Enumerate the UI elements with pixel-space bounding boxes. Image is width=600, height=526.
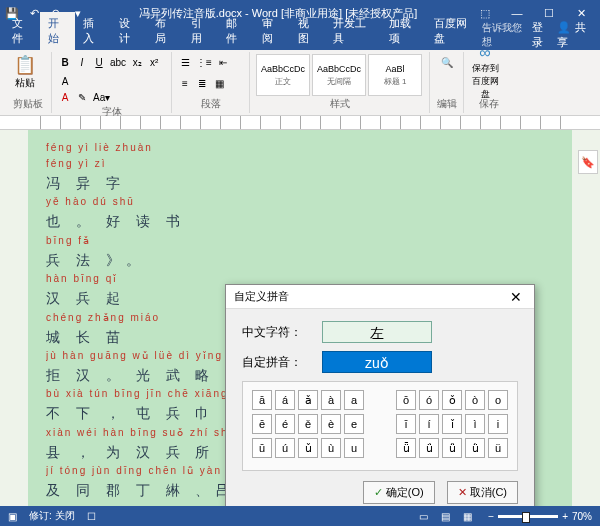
tab-插入[interactable]: 插入 [75,12,111,50]
key-ì[interactable]: ì [465,414,485,434]
key-ò[interactable]: ò [465,390,485,410]
tab-加载项[interactable]: 加载项 [381,12,427,50]
page-indicator-icon[interactable]: ▣ [8,511,17,522]
hanzi-line: 也 。 好 读 书 [46,210,554,232]
font-btn-x²[interactable]: x² [147,54,161,70]
zoom-slider[interactable] [498,515,558,518]
key-ó[interactable]: ó [419,390,439,410]
bullets-icon[interactable]: ☰ [178,54,192,70]
key-ē[interactable]: ē [252,414,272,434]
tab-邮件[interactable]: 邮件 [218,12,254,50]
key-e[interactable]: e [344,414,364,434]
key-a[interactable]: a [344,390,364,410]
tab-百度网盘[interactable]: 百度网盘 [426,12,481,50]
tab-视图[interactable]: 视图 [290,12,326,50]
key-ě[interactable]: ě [298,414,318,434]
align-center-icon[interactable]: ≣ [195,76,209,92]
key-ǘ[interactable]: ǘ [419,438,439,458]
style-无间隔[interactable]: AaBbCcDc无间隔 [312,54,366,96]
group-styles: 样式 [256,97,423,111]
key-é[interactable]: é [275,414,295,434]
style-标题 1[interactable]: AaBl标题 1 [368,54,422,96]
custom-pinyin-dialog: 自定义拼音 ✕ 中文字符： 左 自定拼音： zuǒ āáǎàaōóǒòoēéěè… [225,284,535,506]
font-more-icon[interactable]: Aa▾ [92,89,111,105]
key-è[interactable]: è [321,414,341,434]
char-label: 中文字符： [242,324,312,341]
zoom-level[interactable]: 70% [572,511,592,522]
key-ü[interactable]: ü [488,438,508,458]
pinyin-label: 自定拼音： [242,354,312,371]
share-button[interactable]: 👤 共享 [557,20,592,50]
numbering-icon[interactable]: ⋮≡ [195,54,213,70]
key-ù[interactable]: ù [321,438,341,458]
read-mode-icon[interactable]: ▭ [414,509,432,523]
key-i[interactable]: i [488,414,508,434]
tab-文件[interactable]: 文件 [4,12,40,50]
key-ǐ[interactable]: ǐ [442,414,462,434]
pinyin-line: féng yì liè zhuàn [46,140,554,156]
ruler[interactable] [0,116,600,130]
key-ú[interactable]: ú [275,438,295,458]
zoom-in-icon[interactable]: + [562,511,568,522]
font-btn-I[interactable]: I [75,54,89,70]
font-btn-A[interactable]: A [58,73,72,89]
tab-引用[interactable]: 引用 [183,12,219,50]
key-ǚ[interactable]: ǚ [442,438,462,458]
key-ū[interactable]: ū [252,438,272,458]
group-save: 保存 [470,97,508,111]
pinyin-input[interactable]: zuǒ [322,351,432,373]
cancel-button[interactable]: 取消(C) [447,481,518,504]
hanzi-line: 兵 法 》。 [46,249,554,271]
pinyin-line: féng yì zì [46,156,554,172]
key-ā[interactable]: ā [252,390,272,410]
login-button[interactable]: 登录 [532,20,551,50]
key-o[interactable]: o [488,390,508,410]
font-color-icon[interactable]: A [58,89,72,105]
save-baidu-button[interactable]: ∞ 保存到百度网盘 [470,54,500,90]
font-btn-x₂[interactable]: x₂ [130,54,144,70]
tab-开始[interactable]: 开始 [40,12,76,50]
key-ī[interactable]: ī [396,414,416,434]
dialog-close-icon[interactable]: ✕ [506,289,526,305]
key-ǒ[interactable]: ǒ [442,390,462,410]
key-á[interactable]: á [275,390,295,410]
language-icon[interactable]: ☐ [87,511,96,522]
indent-icon[interactable]: ⇤ [216,54,230,70]
font-btn-B[interactable]: B [58,54,72,70]
font-btn-abc[interactable]: abc [109,54,127,70]
style-正文[interactable]: AaBbCcDc正文 [256,54,310,96]
ok-button[interactable]: 确定(O) [363,481,435,504]
print-layout-icon[interactable]: ▤ [436,509,454,523]
group-paragraph: 段落 [178,97,243,111]
pinyin-line: bīng fǎ [46,233,554,249]
zoom-out-icon[interactable]: − [488,511,494,522]
key-í[interactable]: í [419,414,439,434]
key-u[interactable]: u [344,438,364,458]
key-ǎ[interactable]: ǎ [298,390,318,410]
paste-button[interactable]: 📋 粘贴 [10,54,40,90]
highlight-icon[interactable]: ✎ [75,89,89,105]
key-ǖ[interactable]: ǖ [396,438,416,458]
tab-审阅[interactable]: 审阅 [254,12,290,50]
align-left-icon[interactable]: ≡ [178,76,192,92]
pinyin-line: yě hào dú shū [46,194,554,210]
dialog-title: 自定义拼音 [234,289,289,304]
tell-me[interactable]: 告诉我您想 [482,21,526,49]
key-ō[interactable]: ō [396,390,416,410]
hanzi-line: 冯 异 字 [46,172,554,194]
find-icon[interactable]: 🔍 [440,54,454,70]
tab-布局[interactable]: 布局 [147,12,183,50]
key-ǔ[interactable]: ǔ [298,438,318,458]
key-à[interactable]: à [321,390,341,410]
tab-设计[interactable]: 设计 [111,12,147,50]
font-btn-U[interactable]: U [92,54,106,70]
group-edit: 编辑 [436,97,457,111]
key-ǜ[interactable]: ǜ [465,438,485,458]
border-icon[interactable]: ▦ [212,76,226,92]
web-layout-icon[interactable]: ▦ [458,509,476,523]
bookmark-icon[interactable]: 🔖 [578,150,598,174]
tab-开发工具[interactable]: 开发工具 [325,12,380,50]
group-clipboard: 剪贴板 [10,97,45,111]
track-changes-status[interactable]: 修订: 关闭 [29,509,75,523]
char-value: 左 [322,321,432,343]
